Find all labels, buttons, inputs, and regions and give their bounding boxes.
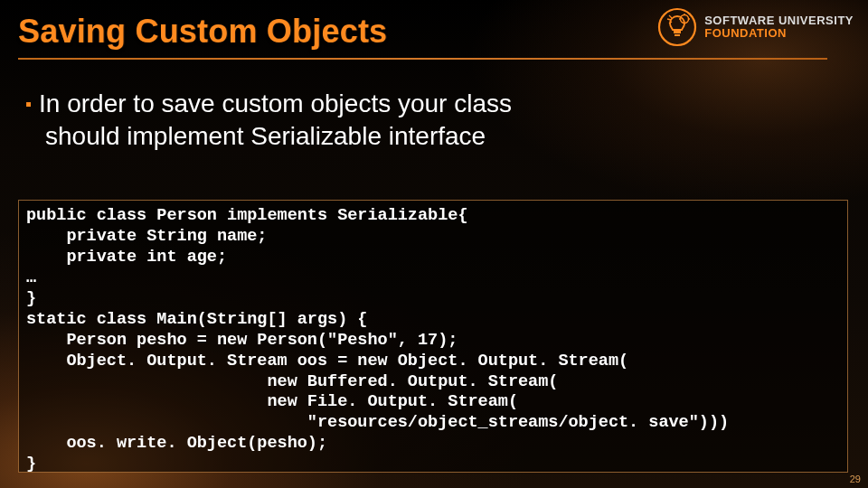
bullet-text: In order to save custom objects your cla…	[39, 89, 512, 150]
svg-line-8	[669, 15, 672, 18]
logo: SOFTWARE UNIVERSITY FOUNDATION	[657, 7, 854, 47]
lightbulb-gear-icon	[657, 7, 697, 47]
logo-line-1: SOFTWARE UNIVERSITY	[704, 14, 854, 27]
page-number: 29	[850, 474, 861, 484]
bullet-marker-icon: ▪	[25, 94, 32, 114]
svg-rect-2	[675, 34, 680, 36]
slide-title: Saving Custom Objects	[18, 13, 387, 51]
svg-point-0	[659, 9, 695, 45]
bullet-point: ▪In order to save custom objects your cl…	[25, 88, 541, 152]
logo-line-2: FOUNDATION	[704, 27, 854, 40]
svg-line-9	[667, 19, 671, 20]
code-block: public class Person implements Serializa…	[18, 200, 848, 473]
svg-rect-1	[674, 31, 681, 33]
logo-text: SOFTWARE UNIVERSITY FOUNDATION	[704, 14, 854, 39]
title-underline	[18, 58, 827, 60]
